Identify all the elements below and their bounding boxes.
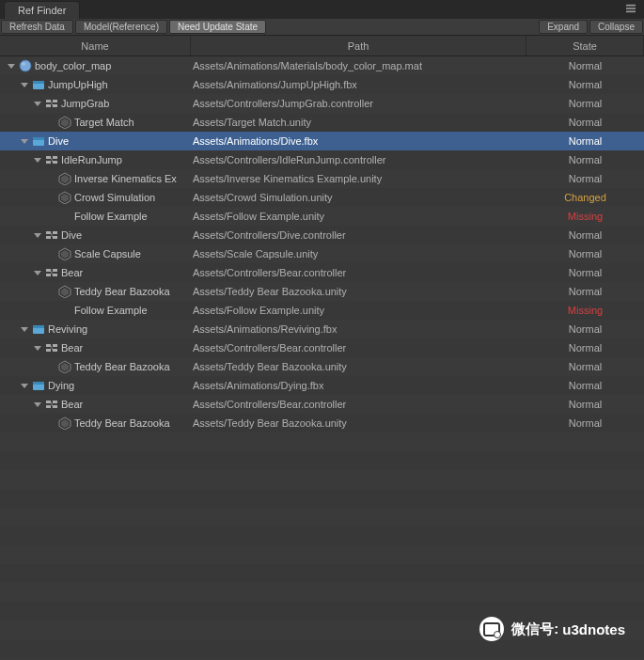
foldout-expanded-icon[interactable] — [19, 79, 30, 90]
foldout-expanded-icon[interactable] — [32, 229, 43, 241]
controller-icon — [45, 341, 58, 354]
table-row[interactable]: Crowd SimulationAssets/Crowd Simulation.… — [0, 188, 644, 207]
foldout-spacer — [45, 248, 56, 259]
tab-ref-finder[interactable]: Ref Finder — [4, 1, 80, 19]
table-row[interactable]: IdleRunJumpAssets/Controllers/IdleRunJum… — [0, 150, 644, 169]
svg-line-65 — [51, 402, 53, 407]
tab-menu-icon[interactable] — [625, 4, 636, 15]
table-row[interactable]: body_color_mapAssets/Animations/Material… — [0, 56, 644, 75]
table-row[interactable]: BearAssets/Controllers/Bear.controllerNo… — [0, 263, 644, 282]
svg-marker-49 — [34, 346, 41, 351]
row-name-label: Follow Example — [74, 305, 148, 316]
need-update-state-button[interactable]: Need Update State — [169, 20, 266, 34]
fbx-icon — [32, 134, 45, 148]
collapse-button[interactable]: Collapse — [589, 20, 643, 34]
table-row[interactable]: Follow ExampleAssets/Follow Example.unit… — [0, 301, 644, 320]
name-cell: Dying — [0, 379, 191, 392]
name-cell: Target Match — [0, 116, 191, 129]
name-cell: Bear — [0, 398, 191, 411]
table-row[interactable]: Follow ExampleAssets/Follow Example.unit… — [0, 207, 644, 226]
unity-icon — [58, 172, 71, 185]
table-row[interactable]: BearAssets/Controllers/Bear.controllerNo… — [0, 338, 644, 357]
name-cell: Inverse Kinematics Ex — [0, 172, 191, 185]
svg-rect-32 — [53, 231, 57, 234]
foldout-expanded-icon[interactable] — [32, 399, 43, 410]
name-cell: Bear — [0, 341, 191, 354]
unity-icon — [58, 116, 71, 129]
watermark-id: u3dnotes — [562, 621, 625, 637]
foldout-expanded-icon[interactable] — [32, 267, 43, 278]
row-state-label: Normal — [526, 135, 644, 147]
table-row[interactable]: DiveAssets/Animations/Dive.fbxNormal — [0, 132, 644, 150]
model-reference-button[interactable]: Model(Reference) — [75, 20, 167, 34]
row-state-label: Normal — [526, 79, 644, 90]
name-cell: Teddy Bear Bazooka — [0, 285, 191, 298]
svg-marker-17 — [21, 139, 28, 144]
svg-rect-23 — [46, 161, 51, 164]
table-row[interactable]: Teddy Bear BazookaAssets/Teddy Bear Bazo… — [0, 357, 644, 376]
svg-marker-57 — [21, 384, 28, 388]
table-row[interactable]: Scale CapsuleAssets/Scale Capsule.unityN… — [0, 244, 644, 263]
row-path-label: Assets/Animations/Materials/body_color_m… — [191, 60, 526, 71]
tree-view[interactable]: body_color_mapAssets/Animations/Material… — [0, 56, 644, 660]
table-row[interactable]: JumpUpHighAssets/Animations/JumpUpHigh.f… — [0, 75, 644, 94]
table-row[interactable]: Teddy Bear BazookaAssets/Teddy Bear Bazo… — [0, 282, 644, 301]
table-row[interactable]: RevivingAssets/Animations/Reviving.fbxNo… — [0, 320, 644, 338]
name-cell: Dive — [0, 228, 191, 242]
header-path[interactable]: Path — [191, 36, 526, 55]
row-name-label: Scale Capsule — [74, 248, 141, 259]
row-path-label: Assets/Controllers/Bear.controller — [191, 399, 526, 410]
foldout-spacer — [45, 192, 56, 203]
foldout-expanded-icon[interactable] — [19, 323, 30, 335]
row-state-label: Normal — [526, 286, 644, 297]
refresh-data-button[interactable]: Refresh Data — [1, 20, 73, 34]
table-row[interactable]: DyingAssets/Animations/Dying.fbxNormal — [0, 376, 644, 395]
expand-button[interactable]: Expand — [539, 20, 588, 34]
foldout-expanded-icon[interactable] — [19, 135, 30, 147]
svg-rect-50 — [46, 344, 51, 347]
row-state-label: Normal — [526, 417, 644, 429]
foldout-expanded-icon[interactable] — [32, 98, 43, 109]
svg-rect-24 — [53, 161, 57, 164]
table-row[interactable]: Target MatchAssets/Target Match.unityNor… — [0, 113, 644, 132]
foldout-expanded-icon[interactable] — [6, 60, 17, 71]
svg-rect-63 — [46, 405, 51, 408]
svg-marker-30 — [34, 233, 41, 238]
table-row[interactable]: DiveAssets/Controllers/Dive.controllerNo… — [0, 226, 644, 244]
row-name-label: Teddy Bear Bazooka — [74, 361, 170, 372]
row-path-label: Assets/Teddy Bear Bazooka.unity — [191, 417, 526, 429]
svg-rect-1 — [626, 8, 636, 9]
svg-line-35 — [51, 233, 53, 238]
svg-rect-8 — [33, 81, 44, 84]
svg-marker-20 — [34, 158, 41, 163]
table-row[interactable]: Teddy Bear BazookaAssets/Teddy Bear Bazo… — [0, 414, 644, 432]
svg-rect-51 — [53, 344, 57, 347]
foldout-expanded-icon[interactable] — [19, 380, 30, 391]
svg-marker-60 — [34, 402, 41, 407]
foldout-spacer — [45, 286, 56, 297]
table-row[interactable]: Inverse Kinematics ExAssets/Inverse Kine… — [0, 169, 644, 188]
row-name-label: Bear — [61, 267, 83, 278]
row-name-label: Target Match — [74, 117, 134, 128]
fbx-icon — [32, 322, 45, 336]
row-state-label: Normal — [526, 98, 644, 109]
window: Ref Finder Refresh Data Model(Reference)… — [0, 0, 644, 660]
row-path-label: Assets/Scale Capsule.unity — [191, 248, 526, 259]
row-state-label: Normal — [526, 342, 644, 354]
header-name[interactable]: Name — [0, 36, 191, 55]
row-state-label: Normal — [526, 117, 644, 128]
foldout-expanded-icon[interactable] — [32, 342, 43, 354]
svg-point-5 — [22, 63, 25, 66]
name-cell: IdleRunJump — [0, 153, 191, 166]
table-row[interactable]: BearAssets/Controllers/Bear.controllerNo… — [0, 395, 644, 414]
name-cell: Follow Example — [0, 304, 191, 317]
foldout-expanded-icon[interactable] — [32, 154, 43, 165]
header-state[interactable]: State — [526, 36, 644, 55]
svg-rect-22 — [53, 156, 57, 159]
row-path-label: Assets/Crowd Simulation.unity — [191, 192, 526, 203]
svg-rect-19 — [33, 137, 44, 140]
svg-rect-12 — [46, 104, 51, 107]
table-row[interactable]: JumpGrabAssets/Controllers/JumpGrab.cont… — [0, 94, 644, 113]
svg-point-4 — [20, 60, 31, 71]
svg-line-25 — [51, 158, 53, 163]
